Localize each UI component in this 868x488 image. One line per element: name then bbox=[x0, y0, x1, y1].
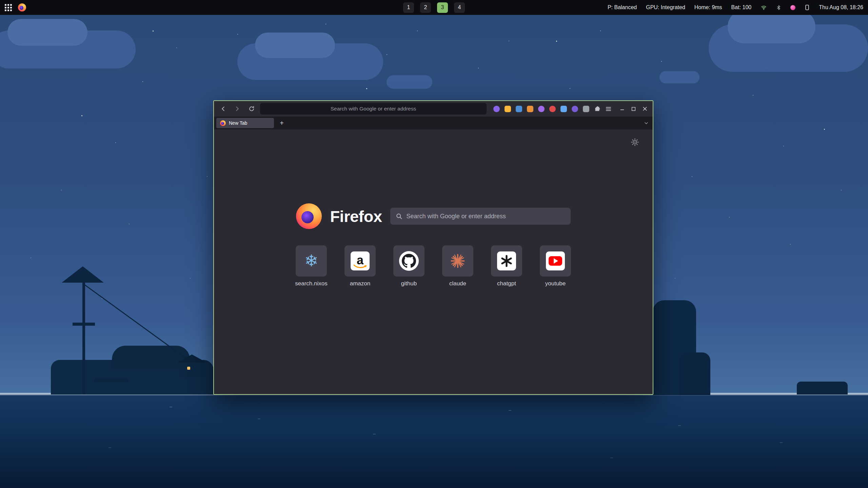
extension-icon-5[interactable] bbox=[538, 106, 545, 112]
hut-window-light bbox=[187, 367, 190, 370]
shortcut-amazon[interactable]: a amazon bbox=[344, 245, 376, 287]
shortcut-github[interactable]: github bbox=[393, 245, 425, 287]
url-bar[interactable] bbox=[260, 103, 487, 115]
bluetooth-icon[interactable] bbox=[776, 5, 781, 11]
workspace-button-3-active[interactable]: 3 bbox=[437, 2, 448, 13]
tab-overflow-chevron-icon[interactable] bbox=[644, 120, 650, 126]
extension-icon-2[interactable] bbox=[505, 106, 511, 112]
hut-roof bbox=[177, 354, 207, 363]
watchtower-silhouette bbox=[82, 281, 85, 394]
url-input[interactable] bbox=[264, 106, 482, 112]
battery-status: Bat: 100 bbox=[731, 4, 752, 11]
github-octocat-icon bbox=[399, 251, 419, 271]
newtab-search-bar[interactable] bbox=[390, 208, 571, 225]
youtube-icon bbox=[546, 251, 565, 270]
firefox-logo bbox=[296, 203, 322, 229]
shortcut-label: youtube bbox=[545, 280, 566, 287]
extension-icon-8[interactable] bbox=[572, 106, 578, 112]
shortcut-youtube[interactable]: youtube bbox=[540, 245, 571, 287]
amazon-smile-arrow bbox=[353, 264, 367, 269]
shortcut-label: amazon bbox=[350, 280, 370, 287]
shortcut-tile bbox=[393, 245, 425, 277]
shortcut-label: github bbox=[401, 280, 417, 287]
firefox-wordmark: Firefox bbox=[330, 207, 382, 226]
shortcut-tile: ❄ bbox=[296, 245, 327, 277]
hut-silhouette bbox=[180, 361, 204, 378]
extensions-puzzle-icon[interactable] bbox=[594, 106, 600, 112]
shortcut-tile bbox=[540, 245, 571, 277]
watchtower-deck bbox=[73, 323, 95, 326]
workspace-button-4[interactable]: 4 bbox=[454, 2, 465, 13]
shortcut-label: search.nixos bbox=[295, 280, 327, 287]
tab-favicon-firefox bbox=[220, 120, 226, 126]
window-controls bbox=[620, 106, 647, 111]
shortcut-tile bbox=[442, 245, 473, 277]
extension-icon-3[interactable] bbox=[516, 106, 522, 112]
cloud bbox=[237, 43, 383, 80]
tab-bar: New Tab + bbox=[214, 117, 653, 129]
shortcut-search-nixos[interactable]: ❄ search.nixos bbox=[296, 245, 327, 287]
firefox-window: New Tab + Firefox bbox=[213, 100, 653, 395]
app-launcher-icon[interactable] bbox=[5, 4, 12, 11]
clock: Thu Aug 08, 18:26 bbox=[819, 4, 863, 11]
shortcut-tile: a bbox=[344, 245, 376, 277]
cloud bbox=[0, 30, 136, 68]
cloud bbox=[709, 24, 868, 72]
maximize-button[interactable] bbox=[631, 107, 636, 111]
gpu-status: GPU: Integrated bbox=[646, 4, 685, 11]
shortcut-chatgpt[interactable]: chatgpt bbox=[491, 245, 522, 287]
latency-status: Home: 9ms bbox=[694, 4, 722, 11]
new-tab-button[interactable]: + bbox=[277, 118, 287, 128]
top-status-bar: 1 2 3 4 P: Balanced GPU: Integrated Home… bbox=[0, 0, 868, 15]
openai-icon bbox=[497, 251, 516, 270]
topbar-left bbox=[5, 3, 26, 12]
amazon-icon: a bbox=[351, 251, 370, 270]
extension-icon-4[interactable] bbox=[527, 106, 533, 112]
back-button[interactable] bbox=[217, 104, 229, 114]
extension-icon-9[interactable] bbox=[583, 106, 589, 112]
extension-toolbar bbox=[493, 106, 612, 112]
extension-icon-1[interactable] bbox=[493, 106, 500, 112]
extension-icon-7[interactable] bbox=[560, 106, 567, 112]
cloud bbox=[387, 75, 432, 89]
new-tab-page: Firefox ❄ search.nixos a bbox=[214, 129, 653, 394]
search-icon bbox=[396, 213, 402, 220]
reload-button[interactable] bbox=[246, 104, 257, 114]
pier-silhouette bbox=[94, 378, 128, 382]
recording-indicator-icon[interactable] bbox=[790, 5, 795, 10]
newtab-search-input[interactable] bbox=[407, 213, 565, 220]
shortcuts-row: ❄ search.nixos a amazon bbox=[214, 245, 653, 287]
power-profile-status: P: Balanced bbox=[608, 4, 637, 11]
shortcut-claude[interactable]: claude bbox=[442, 245, 473, 287]
firefox-taskbar-icon[interactable] bbox=[18, 3, 26, 12]
youtube-play-button bbox=[549, 256, 562, 266]
rock-silhouette bbox=[680, 352, 710, 395]
navigation-toolbar bbox=[214, 101, 653, 117]
topbar-status-modules: P: Balanced GPU: Integrated Home: 9ms Ba… bbox=[608, 4, 863, 11]
forward-button[interactable] bbox=[232, 104, 243, 114]
claude-starburst-icon bbox=[450, 253, 466, 269]
cloud bbox=[659, 71, 699, 83]
workspace-button-1[interactable]: 1 bbox=[403, 2, 414, 13]
workspace-button-2[interactable]: 2 bbox=[420, 2, 431, 13]
minimize-button[interactable] bbox=[620, 106, 625, 111]
tab-new-tab[interactable]: New Tab bbox=[216, 118, 274, 128]
extension-icon-6[interactable] bbox=[549, 106, 556, 112]
watchtower-canopy bbox=[62, 266, 104, 283]
tab-label: New Tab bbox=[229, 120, 247, 126]
islet-silhouette bbox=[797, 382, 848, 394]
display-icon[interactable] bbox=[805, 4, 810, 11]
close-button[interactable] bbox=[643, 106, 647, 111]
menu-icon[interactable] bbox=[605, 106, 612, 112]
personalize-gear-icon[interactable] bbox=[631, 138, 639, 148]
nixos-snowflake-icon: ❄ bbox=[304, 253, 318, 269]
shortcut-label: claude bbox=[449, 280, 466, 287]
workspace-switcher: 1 2 3 4 bbox=[403, 2, 465, 13]
shortcut-label: chatgpt bbox=[497, 280, 516, 287]
wifi-icon[interactable] bbox=[761, 5, 767, 11]
newtab-hero: Firefox bbox=[214, 203, 653, 229]
shortcut-tile bbox=[491, 245, 522, 277]
